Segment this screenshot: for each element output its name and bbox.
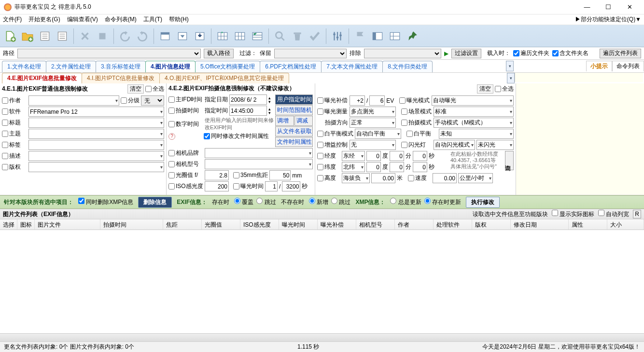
maximize-button[interactable]: ☐ [598, 0, 619, 14]
hint-tab-cmd[interactable]: 命令列表 [612, 61, 644, 71]
lon-deg-input[interactable] [366, 151, 381, 161]
exposure-den-input[interactable] [282, 181, 300, 191]
load-path-button[interactable]: 载入路径 [204, 49, 234, 58]
subtab-e[interactable]: 4.E.图片EXIF信息批量修改 [2, 73, 82, 83]
alt-checkbox[interactable]: 高度 [317, 174, 340, 182]
col-copyright[interactable]: 版权 [472, 219, 511, 230]
camera-model-checkbox[interactable]: 相机型号 [168, 160, 203, 168]
subtab-o[interactable]: 4.O.图片EXIF、IPTC和XMP信息其它批量处理 [159, 73, 289, 83]
user-time-button[interactable]: 用户指定时间 [275, 95, 313, 105]
tab-1[interactable]: 1.文件名处理 [2, 61, 46, 72]
tab-4[interactable]: 4.图片信息处理 [145, 61, 196, 72]
camera-brand-input[interactable] [205, 148, 313, 158]
aperture-checkbox[interactable]: 光圈值 f/ [168, 171, 203, 179]
search-icon[interactable] [272, 27, 288, 45]
speed-input[interactable] [433, 173, 457, 183]
table-check-icon[interactable] [249, 27, 266, 45]
exif-create-radio[interactable]: 新增 [309, 198, 328, 206]
main-ifd-checkbox[interactable]: 主IFD时间 [168, 95, 203, 104]
exif-skip-radio[interactable]: 跳过 [256, 198, 276, 206]
focal35-input[interactable] [269, 170, 291, 180]
menu-cmdlist[interactable]: 命令列表(M) [105, 15, 137, 24]
new-folder-icon[interactable] [19, 27, 36, 45]
col-iso[interactable]: ISO感光度 [240, 219, 279, 230]
subject-checkbox[interactable]: 主题 [2, 130, 27, 138]
copyright-checkbox[interactable]: 版权 [2, 163, 27, 171]
shoot-mode-select[interactable]: 手动模式（M模式） [434, 118, 514, 128]
wb-checkbox[interactable]: 白平衡 [406, 130, 437, 138]
metering-checkbox[interactable]: 曝光测量 [317, 108, 348, 116]
iso-input[interactable] [205, 181, 229, 191]
gain-select[interactable]: 无 [350, 140, 396, 150]
list2-icon[interactable] [54, 27, 70, 45]
col-icon[interactable]: 图标 [17, 219, 35, 230]
gain-checkbox[interactable]: 增益控制 [317, 141, 348, 149]
grid-body[interactable] [0, 230, 644, 341]
tab-6[interactable]: 6.PDF文档属性处理 [260, 61, 322, 72]
quick-locate[interactable]: ▶部分功能快速定位(Q)▼ [575, 15, 641, 24]
lat-deg-input[interactable] [366, 162, 381, 172]
orientation-select[interactable]: 正常 [350, 118, 396, 128]
r-button[interactable]: R [633, 210, 641, 218]
title-checkbox[interactable]: 标题 [2, 119, 27, 127]
iso-checkbox[interactable]: ISO感光度 [168, 182, 203, 190]
tab-7[interactable]: 7.文本文件属性处理 [321, 61, 383, 72]
exif-overwrite-radio[interactable]: 覆盖 [234, 198, 253, 206]
window-icon[interactable] [157, 27, 173, 45]
from-filename-button[interactable]: 从文件名获取 [275, 126, 313, 136]
software-input[interactable]: FFRename Pro 12 [28, 107, 164, 117]
flash-checkbox[interactable]: 闪光灯 [401, 141, 432, 149]
tab-5[interactable]: 5.Office文档摘要处理 [195, 61, 260, 72]
also-delete-xmp-checkbox[interactable]: 同时删除XMP信息 [78, 198, 133, 206]
clear-button-2[interactable]: 清空 [477, 84, 493, 94]
tab-3[interactable]: 3.音乐标签处理 [96, 61, 146, 72]
lat-ref-select[interactable]: 北纬 [342, 162, 365, 172]
ev-num-input[interactable] [350, 95, 365, 106]
author-input[interactable] [28, 95, 119, 106]
ev-den-input[interactable] [369, 95, 385, 106]
level-checkbox[interactable]: 分级 [121, 96, 140, 105]
include-folder-checkbox[interactable]: 含文件夹名 [552, 49, 588, 57]
col-aperture[interactable]: 光圈值 [202, 219, 240, 230]
close-button[interactable]: ✕ [619, 0, 640, 14]
execute-button[interactable]: 执行修改 [466, 197, 500, 208]
stop-icon[interactable] [94, 27, 111, 45]
tab-2[interactable]: 2.文件属性处理 [46, 61, 96, 72]
col-software[interactable]: 处理软件 [434, 219, 472, 230]
col-size[interactable]: 大小 [607, 219, 644, 230]
description-checkbox[interactable]: 描述 [2, 152, 27, 160]
col-exposure[interactable]: 曝光时间 [279, 219, 318, 230]
lookup-button[interactable]: 查询 [505, 151, 514, 170]
col-ev[interactable]: 曝光补偿 [318, 219, 356, 230]
col-select[interactable]: 选择 [0, 219, 17, 230]
level-select[interactable]: 无 [141, 95, 164, 106]
trash-icon[interactable] [289, 27, 306, 45]
col-attr[interactable]: 属性 [569, 219, 607, 230]
main-tabs-dropdown[interactable]: ▾ [506, 61, 514, 71]
shoot-time-checkbox[interactable]: 拍摄时间 [168, 107, 203, 115]
read-to-panel-link[interactable]: 读取选中文件信息至功能版块 [473, 210, 548, 218]
scene-select[interactable]: 标准 [434, 107, 514, 117]
camera-brand-checkbox[interactable]: 相机品牌 [168, 149, 203, 157]
flash-select-2[interactable]: 未闪光 [476, 140, 514, 150]
ev-comp-checkbox[interactable]: 曝光补偿 [317, 96, 348, 105]
help-icon[interactable]: ? [168, 133, 175, 140]
fixed-time-input[interactable] [229, 106, 267, 116]
lon-min-input[interactable] [390, 151, 404, 161]
lat-sec-input[interactable] [413, 162, 427, 172]
play-icon[interactable]: ▶ [444, 50, 448, 57]
speed-unit-select[interactable]: 公里/小时 [458, 173, 493, 183]
delete-icon[interactable] [77, 27, 93, 45]
hint-tab-tip[interactable]: 小提示 [586, 61, 612, 71]
lon-ref-select[interactable]: 东经 [342, 151, 365, 161]
traverse-button[interactable]: 遍历文件列表 [600, 49, 641, 58]
sliders-icon[interactable] [329, 27, 346, 45]
digital-time-checkbox[interactable]: 数字时间 [168, 120, 203, 128]
lat-checkbox[interactable]: 纬度 [317, 163, 340, 171]
download-icon[interactable] [192, 27, 208, 45]
shoot-mode-checkbox[interactable]: 拍摄模式 [401, 119, 432, 127]
flag-icon[interactable] [352, 27, 368, 45]
ev-mode-select[interactable]: 自动曝光 [432, 95, 514, 106]
menu-rename[interactable]: 开始更名(G) [28, 15, 60, 24]
show-icon-checkbox[interactable]: 显示实际图标 [552, 210, 594, 218]
